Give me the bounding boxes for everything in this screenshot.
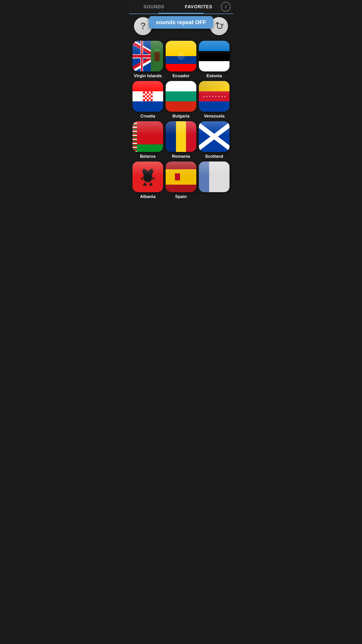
flag-label-spain: Spain (175, 194, 187, 199)
flag-label-estonia: Estonia (206, 73, 222, 78)
flag-label-ecuador: Ecuador (172, 73, 190, 78)
svg-rect-4 (150, 173, 152, 174)
flag-item-virgin-islands[interactable]: Virgin Islands (132, 41, 163, 78)
flag-label-virgin-islands: Virgin Islands (134, 73, 162, 78)
flag-label-scotland: Scotland (205, 154, 223, 159)
info-button[interactable]: i (221, 2, 231, 12)
flag-item-belarus[interactable]: Belarus (132, 121, 163, 159)
tab-favorites[interactable]: FAVORITES (176, 0, 221, 14)
flag-item-croatia[interactable]: Croatia (132, 81, 163, 119)
svg-marker-7 (143, 182, 147, 186)
flag-item-estonia[interactable]: Estonia (199, 41, 230, 78)
tab-sounds[interactable]: SOUNDS (131, 0, 176, 14)
flag-item-ecuador[interactable]: Ecuador (166, 41, 196, 78)
svg-marker-9 (141, 178, 143, 181)
flag-label-bulgaria: Bulgaria (172, 114, 190, 119)
repeat-icon (214, 21, 223, 32)
flag-item-spain[interactable]: Spain (166, 162, 196, 199)
flag-item-venezuela[interactable]: ★ ★ ★ ★ ★ ★ ★ ★ Venezuela (199, 81, 230, 119)
flag-label-croatia: Croatia (141, 114, 155, 119)
tab-underline (158, 13, 204, 14)
flag-item-bulgaria[interactable]: Bulgaria (166, 81, 196, 119)
flag-item-albania[interactable]: Albania (132, 162, 163, 199)
flag-label-venezuela: Venezuela (204, 114, 224, 119)
flag-label-romania: Romania (172, 154, 190, 159)
tab-bar: SOUNDS FAVORITES i (129, 0, 233, 14)
svg-marker-8 (149, 182, 153, 186)
controls-row: ? sounds repeat OFF (129, 14, 233, 38)
flag-item-unknown[interactable] (199, 162, 230, 199)
svg-rect-3 (143, 173, 146, 174)
question-mark-icon: ? (140, 21, 146, 31)
flag-label-albania: Albania (140, 194, 155, 199)
tooltip-overlay: sounds repeat OFF (149, 16, 213, 29)
svg-marker-10 (152, 178, 155, 181)
flag-item-scotland[interactable]: Scotland (199, 121, 230, 159)
flag-label-belarus: Belarus (140, 154, 156, 159)
flag-grid: Virgin Islands Ecuador Estonia (129, 38, 233, 202)
flag-item-romania[interactable]: Romania (166, 121, 196, 159)
